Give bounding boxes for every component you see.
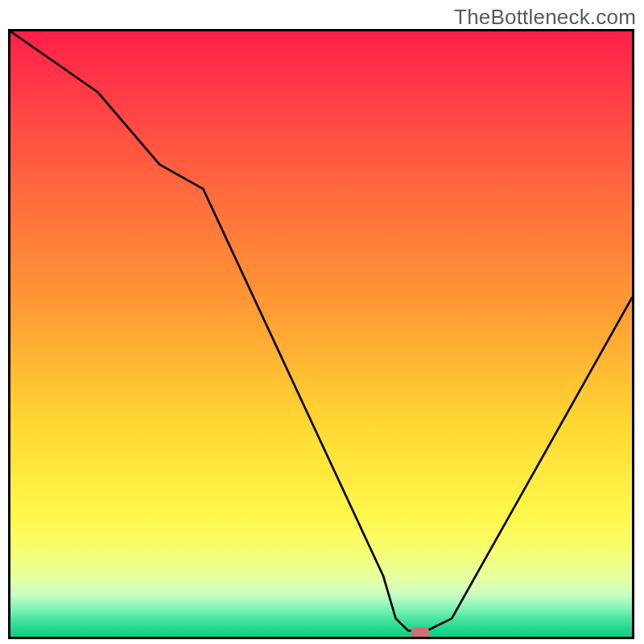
watermark-text: TheBottleneck.com [454,5,636,30]
bottleneck-curve-path [10,31,632,630]
chart-plot-area [8,29,634,639]
chart-stage: TheBottleneck.com [0,0,644,644]
optimal-marker [411,627,430,638]
chart-line [10,31,632,637]
